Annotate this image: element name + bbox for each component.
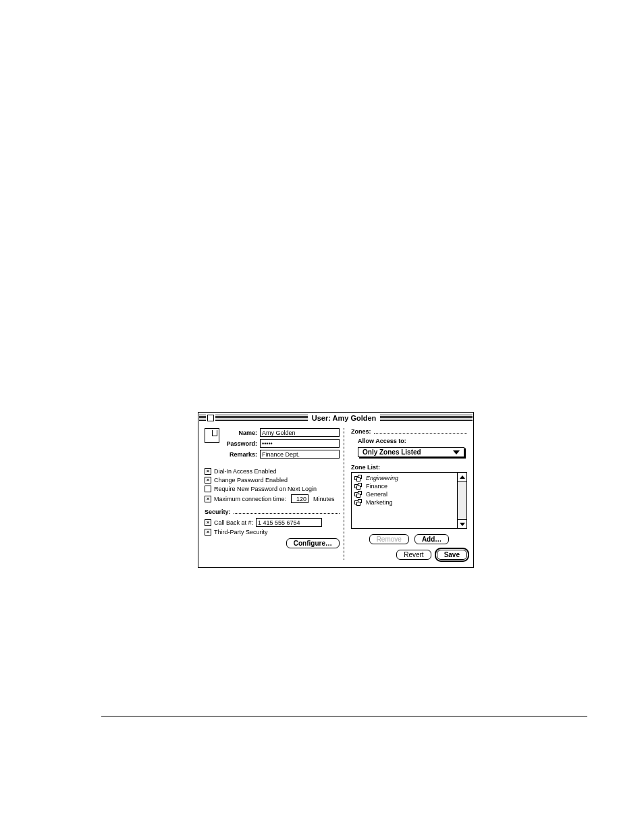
require-new-password-checkbox-row[interactable]: Require New Password on Next Login bbox=[205, 486, 340, 492]
minutes-label: Minutes bbox=[313, 496, 335, 502]
close-box[interactable] bbox=[207, 415, 214, 421]
callback-checkbox-row[interactable]: Call Back at #: bbox=[205, 518, 340, 527]
checkbox-icon bbox=[205, 529, 211, 536]
zone-icon bbox=[354, 483, 363, 490]
dial-in-checkbox-row[interactable]: Dial-In Access Enabled bbox=[205, 468, 340, 475]
zone-name: Finance bbox=[366, 483, 387, 490]
name-label: Name: bbox=[222, 429, 260, 436]
titlebar-stripes bbox=[380, 415, 473, 421]
zone-item[interactable]: General bbox=[353, 490, 456, 498]
remove-button[interactable]: Remove bbox=[369, 534, 409, 544]
max-connection-field[interactable] bbox=[291, 494, 308, 503]
remarks-field[interactable] bbox=[260, 450, 340, 459]
zone-list-label: Zone List: bbox=[351, 464, 467, 471]
allow-access-dropdown[interactable]: Only Zones Listed bbox=[358, 447, 464, 457]
scroll-up-button[interactable] bbox=[458, 473, 466, 481]
save-button[interactable]: Save bbox=[437, 550, 467, 560]
titlebar-stripes bbox=[215, 415, 308, 421]
revert-button[interactable]: Revert bbox=[396, 550, 431, 560]
remarks-label: Remarks: bbox=[222, 451, 260, 458]
svg-rect-11 bbox=[357, 502, 360, 506]
change-password-checkbox-row[interactable]: Change Password Enabled bbox=[205, 477, 340, 484]
arrow-up-icon bbox=[460, 475, 465, 479]
right-column: Zones: Allow Access to: Only Zones Liste… bbox=[344, 428, 467, 560]
max-connection-checkbox-row[interactable]: Maximum connection time: Minutes bbox=[205, 494, 340, 503]
left-column: Name: Password: Remarks: Dial-In bbox=[205, 428, 344, 560]
callback-field[interactable] bbox=[256, 518, 322, 527]
allow-access-label: Allow Access to: bbox=[351, 438, 467, 444]
password-label: Password: bbox=[222, 440, 260, 447]
configure-button[interactable]: Configure… bbox=[286, 538, 340, 548]
zone-name: Engineering bbox=[366, 475, 398, 481]
checkbox-icon bbox=[205, 486, 211, 492]
add-button[interactable]: Add… bbox=[414, 534, 449, 544]
arrow-down-icon bbox=[460, 523, 465, 526]
user-dialog: User: Amy Golden Name: Password: Rem bbox=[198, 412, 474, 568]
checkbox-icon bbox=[205, 519, 211, 526]
security-heading: Security: bbox=[205, 509, 340, 515]
callback-label: Call Back at #: bbox=[214, 519, 253, 526]
checkbox-icon bbox=[205, 496, 211, 502]
zone-list: EngineeringFinanceGeneralMarketing bbox=[351, 472, 467, 529]
zone-item[interactable]: Marketing bbox=[353, 498, 456, 506]
titlebar-stripes bbox=[199, 415, 206, 421]
window-title: User: Amy Golden bbox=[308, 414, 381, 422]
max-connection-label: Maximum connection time: bbox=[214, 496, 286, 502]
checkbox-icon bbox=[205, 477, 211, 484]
zone-item[interactable]: Engineering bbox=[353, 474, 456, 482]
chevron-down-icon bbox=[453, 450, 460, 454]
user-icon bbox=[205, 428, 219, 443]
scrollbar[interactable] bbox=[457, 473, 466, 528]
zone-icon bbox=[354, 499, 363, 506]
zone-item[interactable]: Finance bbox=[353, 482, 456, 490]
zone-name: Marketing bbox=[366, 499, 393, 506]
third-party-checkbox-row[interactable]: Third-Party Security bbox=[205, 529, 340, 536]
zone-name: General bbox=[366, 491, 387, 498]
svg-rect-2 bbox=[357, 478, 360, 481]
require-new-password-label: Require New Password on Next Login bbox=[214, 486, 317, 492]
zones-heading: Zones: bbox=[351, 428, 467, 435]
name-field[interactable] bbox=[260, 428, 340, 437]
titlebar[interactable]: User: Amy Golden bbox=[199, 413, 473, 423]
page-footer-rule bbox=[101, 716, 587, 716]
change-password-label: Change Password Enabled bbox=[214, 477, 288, 484]
svg-rect-5 bbox=[357, 486, 360, 490]
zone-icon bbox=[354, 491, 363, 498]
scroll-down-button[interactable] bbox=[458, 519, 466, 528]
dial-in-label: Dial-In Access Enabled bbox=[214, 468, 277, 475]
scroll-track[interactable] bbox=[458, 481, 466, 519]
allow-access-value: Only Zones Listed bbox=[363, 448, 421, 456]
third-party-label: Third-Party Security bbox=[214, 529, 268, 536]
checkbox-icon bbox=[205, 468, 211, 475]
zone-icon bbox=[354, 475, 363, 481]
password-field[interactable] bbox=[260, 439, 340, 448]
svg-rect-8 bbox=[357, 494, 360, 498]
